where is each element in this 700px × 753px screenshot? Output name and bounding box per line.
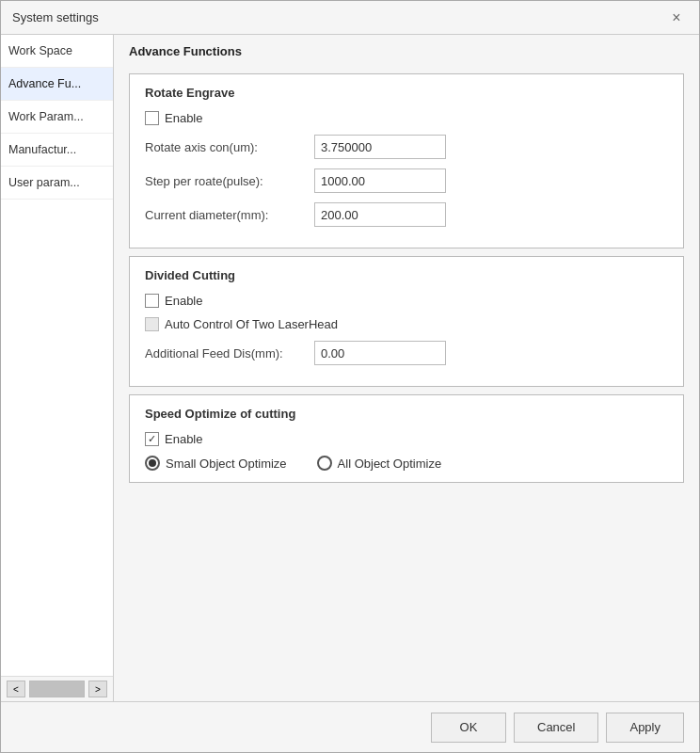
divided-cutting-title: Divided Cutting (145, 268, 668, 282)
cancel-button[interactable]: Cancel (514, 713, 598, 743)
divided-cutting-enable-label: Enable (165, 294, 202, 308)
rotate-engrave-enable-row: Enable (145, 111, 668, 125)
main-content: Work Space Advance Fu... Work Param... M… (1, 35, 699, 701)
section-title: Advance Functions (114, 35, 699, 66)
rotate-axis-label: Rotate axis con(um): (145, 140, 314, 154)
sidebar-item-manufacturer[interactable]: Manufactur... (1, 134, 113, 167)
sidebar-item-work-parameters[interactable]: Work Param... (1, 101, 113, 134)
content-area: Advance Functions Rotate Engrave Enable … (114, 35, 699, 701)
radio-btn-group: Small Object Optimize All Object Optimiz… (145, 456, 668, 471)
divided-cutting-group: Divided Cutting Enable Auto Control Of T… (129, 256, 684, 387)
rotate-axis-row: Rotate axis con(um): (145, 135, 668, 159)
rotate-engrave-enable-label: Enable (165, 111, 202, 125)
additional-feed-row: Additional Feed Dis(mm): (145, 341, 668, 365)
apply-button[interactable]: Apply (606, 713, 684, 743)
sidebar-item-advance-functions[interactable]: Advance Fu... (1, 68, 113, 101)
speed-optimize-enable-label: Enable (165, 432, 202, 446)
all-object-option[interactable]: All Object Optimize (317, 456, 442, 471)
speed-optimize-enable-checkbox[interactable] (145, 432, 159, 446)
sidebar-item-user-parameters[interactable]: User param... (1, 167, 113, 200)
all-object-label: All Object Optimize (338, 457, 442, 471)
sidebar: Work Space Advance Fu... Work Param... M… (1, 35, 114, 701)
step-per-rotate-row: Step per roate(pulse): (145, 168, 668, 193)
rotate-axis-input[interactable] (314, 135, 446, 159)
divided-cutting-enable-checkbox[interactable] (145, 294, 159, 308)
speed-optimize-title: Speed Optimize of cutting (145, 407, 668, 421)
speed-optimize-group: Speed Optimize of cutting Enable Small O… (129, 394, 684, 483)
close-button[interactable]: × (665, 7, 688, 29)
current-diameter-row: Current diameter(mm): (145, 202, 668, 227)
title-bar: System settings × (1, 1, 699, 35)
current-diameter-label: Current diameter(mm): (145, 208, 314, 222)
rotate-engrave-title: Rotate Engrave (145, 86, 668, 100)
additional-feed-label: Additional Feed Dis(mm): (145, 346, 314, 360)
auto-control-label: Auto Control Of Two LaserHead (165, 317, 338, 331)
current-diameter-input[interactable] (314, 202, 446, 227)
ok-button[interactable]: OK (431, 713, 506, 743)
small-object-option[interactable]: Small Object Optimize (145, 456, 287, 471)
auto-control-checkbox (145, 317, 159, 331)
sidebar-scrollbar: < > (1, 676, 113, 701)
speed-optimize-enable-row: Enable (145, 432, 668, 446)
step-per-rotate-input[interactable] (314, 168, 446, 193)
footer-bar: OK Cancel Apply (1, 701, 699, 752)
auto-control-row: Auto Control Of Two LaserHead (145, 317, 668, 331)
scroll-left-arrow[interactable]: < (7, 681, 25, 697)
scroll-right-arrow[interactable]: > (88, 681, 107, 697)
dialog-title: System settings (12, 10, 99, 24)
additional-feed-input[interactable] (314, 341, 446, 365)
rotate-engrave-enable-checkbox[interactable] (145, 111, 159, 125)
sidebar-item-work-space[interactable]: Work Space (1, 35, 113, 68)
small-object-radio[interactable] (145, 456, 160, 471)
rotate-engrave-group: Rotate Engrave Enable Rotate axis con(um… (129, 73, 684, 248)
scroll-thumb[interactable] (29, 681, 85, 697)
step-per-rotate-label: Step per roate(pulse): (145, 174, 314, 188)
divided-cutting-enable-row: Enable (145, 294, 668, 308)
system-settings-dialog: System settings × Work Space Advance Fu.… (0, 0, 700, 753)
all-object-radio[interactable] (317, 456, 332, 471)
small-object-label: Small Object Optimize (166, 457, 287, 471)
